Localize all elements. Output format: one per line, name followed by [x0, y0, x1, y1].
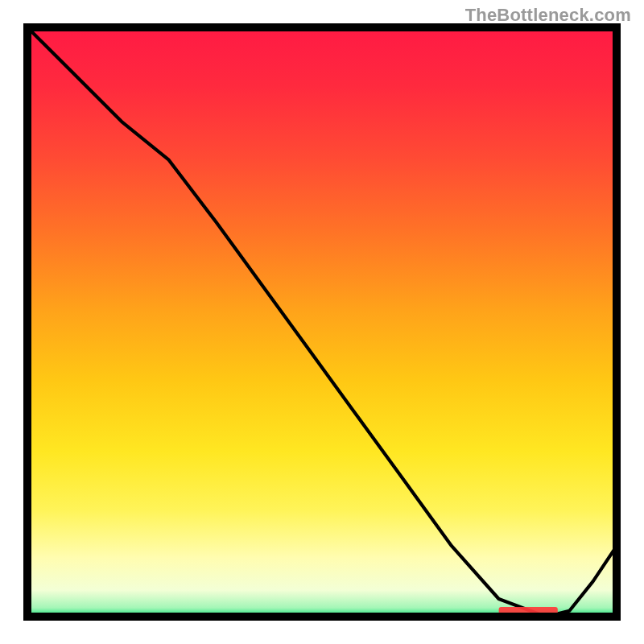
chart-svg — [0, 0, 644, 644]
